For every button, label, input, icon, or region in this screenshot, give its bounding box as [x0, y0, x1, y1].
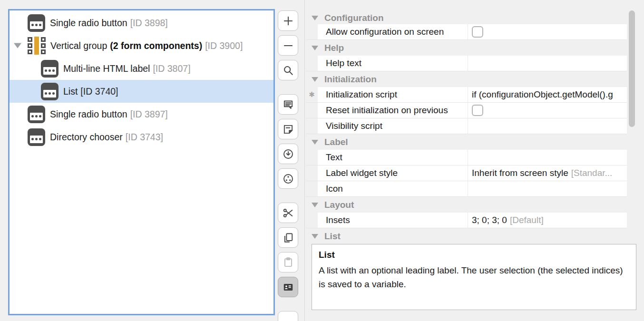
tree-item-label: Single radio button — [50, 109, 127, 120]
connector-button[interactable] — [278, 168, 298, 189]
section-header-label[interactable]: Label — [306, 134, 627, 150]
vertical-group-icon — [28, 37, 46, 55]
property-row-reset-initialization: Reset initialization on previous — [306, 103, 627, 118]
tree-item-label: Directory chooser — [50, 132, 123, 143]
section-collapse-icon — [312, 234, 318, 239]
property-row-visibility-script: Visibility script — [306, 118, 627, 134]
visibility-script-value[interactable] — [468, 118, 627, 134]
details-card-button[interactable] — [278, 277, 298, 297]
section-header-configuration[interactable]: Configuration — [306, 11, 627, 24]
scissors-icon — [282, 207, 294, 219]
section-collapse-icon — [312, 140, 318, 145]
description-title: List — [319, 250, 629, 260]
tree-item-id: [ID 3898] — [130, 18, 168, 29]
tree-item-id: [ID 3743] — [126, 132, 163, 143]
property-label: Text — [318, 150, 468, 165]
tree-item-multiline-html-label-3807[interactable]: Multi-line HTML label [ID 3807] — [10, 57, 273, 80]
component-icon — [28, 14, 45, 32]
icon-value[interactable] — [468, 181, 627, 196]
label-widget-style-value[interactable]: Inherit from screen style [Standar... — [468, 165, 627, 181]
note-icon — [282, 123, 294, 136]
tree-item-label: Vertical group — [50, 40, 107, 51]
property-row-allow-configuration: Allow configuration on screen — [306, 24, 627, 40]
tree-item-count: (2 form components) — [110, 40, 202, 51]
properties-panel: Configuration Allow configuration on scr… — [306, 0, 627, 244]
allow-configuration-checkbox[interactable] — [472, 26, 483, 38]
section-collapse-icon — [312, 203, 318, 207]
tree-item-directory-chooser-3743[interactable]: Directory chooser [ID 3743] — [10, 126, 273, 148]
description-body: A list with an optional leading label. T… — [319, 263, 627, 291]
property-label: Icon — [318, 181, 468, 196]
property-row-icon: Icon — [306, 181, 627, 197]
tree-item-vertical-group-3900[interactable]: Vertical group (2 form components) [ID 3… — [10, 34, 273, 57]
circle-dots-icon — [282, 173, 294, 185]
component-icon — [28, 128, 45, 146]
tree-item-id: [ID 3807] — [153, 63, 190, 74]
property-row-text: Text — [306, 150, 627, 165]
copy-button[interactable] — [278, 227, 298, 248]
comment-button[interactable] — [278, 94, 298, 115]
tree-item-id: [ID 3740] — [80, 86, 118, 97]
clipboard-icon — [282, 256, 294, 269]
tree-item-list-3740[interactable]: List [ID 3740] — [10, 80, 273, 103]
property-row-initialization-script: ✱ Initialization script if (configuratio… — [306, 87, 627, 103]
chevron-down-icon[interactable] — [14, 43, 21, 49]
property-row-insets: Insets 3; 0; 3; 0 [Default] — [306, 213, 627, 228]
paste-button[interactable] — [278, 252, 298, 272]
copy-icon — [282, 232, 294, 244]
speech-bubble-icon — [282, 98, 294, 111]
property-label: Visibility script — [318, 118, 468, 134]
label-text-value[interactable] — [468, 150, 627, 165]
search-button[interactable] — [278, 60, 298, 80]
property-label: Label widget style — [318, 165, 468, 181]
section-header-list[interactable]: List — [306, 228, 627, 244]
add-button[interactable] — [278, 10, 298, 31]
tree-item-label: List — [63, 86, 78, 97]
minus-icon — [282, 39, 294, 52]
section-collapse-icon — [312, 16, 318, 20]
component-description-box: List A list with an optional leading lab… — [312, 244, 636, 310]
component-icon — [41, 83, 59, 100]
initialization-script-value[interactable]: if (configurationObject.getModel().g — [468, 87, 627, 102]
modified-marker: ✱ — [306, 87, 318, 102]
tree-item-single-radio-button-3898[interactable]: Single radio button [ID 3898] — [10, 11, 273, 34]
section-header-layout[interactable]: Layout — [306, 197, 627, 213]
component-icon — [28, 106, 45, 123]
property-label: Help text — [318, 56, 468, 71]
panel-divider — [304, 0, 305, 321]
property-label: Reset initialization on previous — [318, 103, 468, 118]
tree-item-label: Single radio button — [50, 18, 127, 29]
form-editor-window: Single radio button [ID 3898] Vertical g… — [0, 0, 644, 321]
property-label: Initialization script — [318, 87, 468, 102]
property-row-help-text: Help text — [306, 56, 627, 71]
component-tree-panel: Single radio button [ID 3898] Vertical g… — [8, 9, 275, 315]
import-button[interactable] — [278, 144, 298, 164]
tree-item-id: [ID 3900] — [205, 40, 243, 51]
property-row-label-widget-style: Label widget style Inherit from screen s… — [306, 165, 627, 181]
component-icon — [41, 60, 59, 78]
section-collapse-icon — [312, 46, 318, 50]
note-button[interactable] — [278, 119, 298, 139]
insets-value[interactable]: 3; 0; 3; 0 [Default] — [468, 213, 627, 228]
magnifier-icon — [282, 64, 294, 77]
cut-button[interactable] — [278, 203, 298, 223]
section-header-initialization[interactable]: Initialization — [306, 71, 627, 87]
plus-icon — [282, 15, 294, 27]
property-label: Insets — [318, 213, 468, 228]
tree-item-label: Multi-line HTML label — [63, 63, 150, 74]
id-card-icon — [282, 281, 294, 293]
section-collapse-icon — [312, 77, 318, 82]
property-label: Allow configuration on screen — [318, 24, 468, 39]
vertical-scrollbar-thumb[interactable] — [629, 10, 635, 127]
partial-bottom-button[interactable] — [278, 311, 298, 321]
reset-initialization-checkbox[interactable] — [472, 105, 483, 116]
circle-down-arrow-icon — [282, 148, 294, 160]
help-text-value[interactable] — [468, 56, 627, 71]
remove-button[interactable] — [278, 35, 298, 56]
section-header-help[interactable]: Help — [306, 40, 627, 56]
tree-item-id: [ID 3897] — [130, 109, 168, 120]
tree-item-single-radio-button-3897[interactable]: Single radio button [ID 3897] — [10, 103, 273, 126]
